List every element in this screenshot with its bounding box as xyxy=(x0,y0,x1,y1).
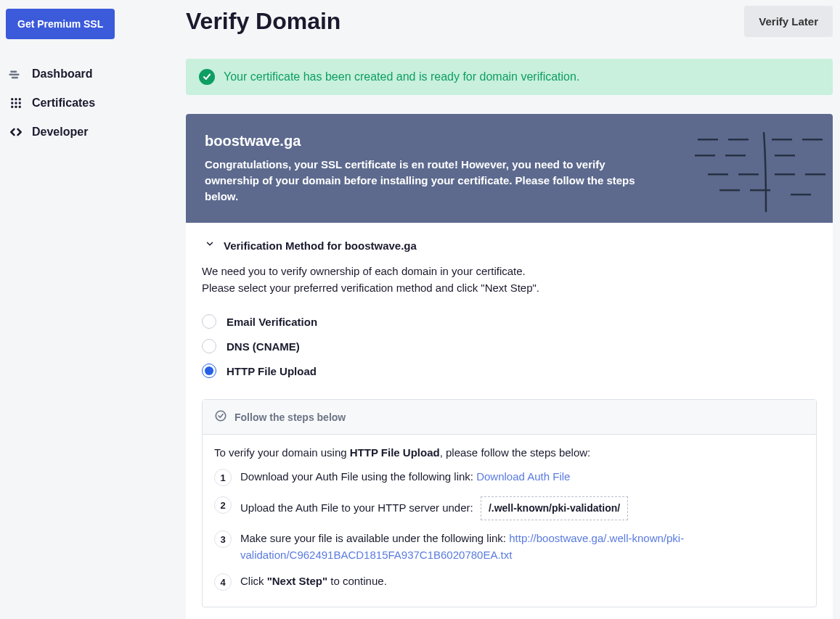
svg-point-2 xyxy=(19,98,21,100)
sidebar-item-certificates[interactable]: Certificates xyxy=(6,89,139,118)
verification-section-header[interactable]: Verification Method for boostwave.ga xyxy=(186,223,833,261)
step-number: 3 xyxy=(214,530,232,548)
step-2: 2 Upload the Auth File to your HTTP serv… xyxy=(214,496,804,520)
download-auth-file-link[interactable]: Download Auth File xyxy=(476,470,570,483)
svg-point-1 xyxy=(15,98,17,100)
radio-label: DNS (CNAME) xyxy=(227,340,300,353)
method-dns[interactable]: DNS (CNAME) xyxy=(202,334,817,358)
sidebar-item-label: Dashboard xyxy=(32,67,93,81)
domain-card: boostwave.ga Congratulations, your SSL c… xyxy=(186,114,833,619)
check-circle-icon xyxy=(199,69,215,85)
code-icon xyxy=(9,125,23,139)
radio-label: HTTP File Upload xyxy=(227,365,317,377)
step-number: 1 xyxy=(214,469,232,486)
sidebar-item-developer[interactable]: Developer xyxy=(6,118,139,147)
radio-icon xyxy=(202,314,216,329)
step-1: 1 Download your Auth File using the foll… xyxy=(214,469,804,486)
steps-body: To verify your domain using HTTP File Up… xyxy=(203,435,816,607)
domain-card-header: boostwave.ga Congratulations, your SSL c… xyxy=(186,114,833,223)
sidebar-item-label: Certificates xyxy=(32,97,95,110)
radio-icon xyxy=(202,364,216,378)
svg-point-5 xyxy=(19,102,21,104)
steps-header-text: Follow the steps below xyxy=(235,411,346,423)
svg-point-8 xyxy=(19,106,21,108)
method-email[interactable]: Email Verification xyxy=(202,309,817,334)
method-http[interactable]: HTTP File Upload xyxy=(202,358,817,383)
grid-icon xyxy=(9,96,23,110)
steps-box: Follow the steps below To verify your do… xyxy=(202,399,817,607)
radio-label: Email Verification xyxy=(227,316,317,328)
step-number: 4 xyxy=(214,573,232,591)
main-content: Verify Domain Verify Later Your certific… xyxy=(145,0,840,619)
header-decoration-icon xyxy=(688,114,833,223)
radio-icon xyxy=(202,339,216,353)
svg-point-0 xyxy=(11,98,13,100)
verification-instructions: We need you to verify ownership of each … xyxy=(186,261,833,309)
check-outline-icon xyxy=(214,409,227,425)
verification-section-title: Verification Method for boostwave.ga xyxy=(224,239,417,252)
method-radio-list: Email Verification DNS (CNAME) HTTP File… xyxy=(186,309,833,399)
svg-point-4 xyxy=(15,102,17,104)
chevron-down-icon xyxy=(205,239,215,252)
svg-point-3 xyxy=(11,102,13,104)
page-header: Verify Domain Verify Later xyxy=(186,6,833,37)
step-4: 4 Click "Next Step" to continue. xyxy=(214,573,804,591)
sidebar: Get Premium SSL Dashboard Certificates D… xyxy=(0,0,145,619)
verify-later-button[interactable]: Verify Later xyxy=(744,6,833,37)
get-premium-button[interactable]: Get Premium SSL xyxy=(6,9,115,39)
domain-card-subtitle: Congratulations, your SSL certificate is… xyxy=(205,157,655,204)
sidebar-item-label: Developer xyxy=(32,126,88,139)
step-3: 3 Make sure your file is available under… xyxy=(214,530,804,563)
alert-text: Your certificate has been created and is… xyxy=(224,70,579,83)
step-number: 2 xyxy=(214,496,232,514)
sidebar-item-dashboard[interactable]: Dashboard xyxy=(6,60,139,89)
success-alert: Your certificate has been created and is… xyxy=(186,59,833,95)
upload-path: /.well-known/pki-validation/ xyxy=(481,496,628,520)
page-title: Verify Domain xyxy=(186,8,341,35)
steps-box-header: Follow the steps below xyxy=(203,400,816,435)
svg-point-23 xyxy=(216,411,226,422)
svg-point-6 xyxy=(11,106,13,108)
dashboard-icon xyxy=(9,67,23,81)
svg-point-7 xyxy=(15,106,17,108)
steps-intro: To verify your domain using HTTP File Up… xyxy=(214,446,804,459)
